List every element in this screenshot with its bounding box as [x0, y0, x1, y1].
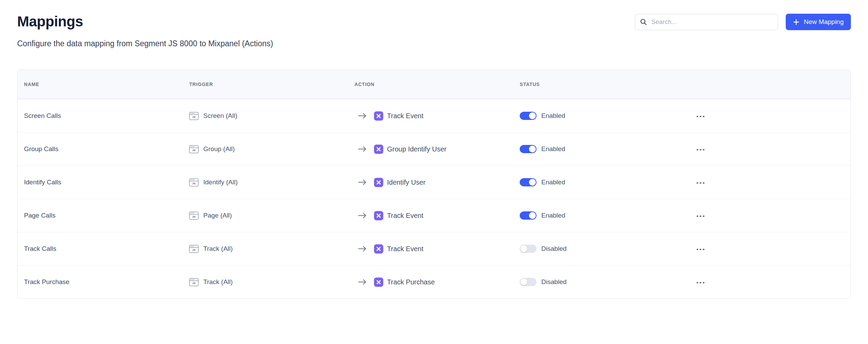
- table-row: Identify Calls JS Identify (All) Identif…: [17, 165, 851, 199]
- column-header-name: NAME: [24, 82, 189, 87]
- action-cell: Track Event: [354, 111, 520, 121]
- table-row: Screen Calls JS Screen (All) Track Event…: [17, 99, 851, 132]
- status-toggle[interactable]: [520, 211, 537, 220]
- mapping-name: Screen Calls: [24, 112, 189, 120]
- action-cell: Track Event: [354, 244, 520, 254]
- action-label: Group Identify User: [387, 145, 446, 153]
- header-controls: New Mapping: [635, 14, 851, 30]
- row-menu-button[interactable]: [695, 180, 706, 186]
- page-heading-block: Mappings Configure the data mapping from…: [17, 14, 273, 48]
- status-toggle[interactable]: [520, 178, 537, 186]
- row-actions-cell: [695, 179, 844, 186]
- mapping-name: Identify Calls: [24, 179, 189, 186]
- row-menu-button[interactable]: [695, 247, 706, 253]
- row-actions-cell: [695, 146, 844, 152]
- status-toggle[interactable]: [520, 278, 537, 286]
- action-label: Track Purchase: [387, 278, 435, 286]
- trigger-label: Identify (All): [203, 179, 238, 186]
- table-row: Track Purchase JS Track (All) Track Purc…: [17, 265, 851, 298]
- status-label: Enabled: [541, 112, 565, 120]
- mapping-name: Track Calls: [24, 245, 189, 253]
- ellipsis-icon: [697, 282, 704, 284]
- ellipsis-icon: [697, 249, 704, 250]
- mixpanel-icon: [374, 211, 383, 220]
- arrow-right-icon: [358, 279, 367, 285]
- trigger-cell: JS Page (All): [189, 212, 354, 220]
- status-label: Disabled: [541, 245, 567, 253]
- search-box[interactable]: [635, 14, 778, 30]
- mixpanel-icon: [374, 145, 383, 154]
- plus-icon: [793, 19, 799, 25]
- toggle-knob: [529, 179, 536, 186]
- action-cell: Identify User: [354, 178, 520, 187]
- js-source-icon: JS: [189, 278, 198, 286]
- arrow-right-icon: [358, 146, 367, 152]
- table-row: Page Calls JS Page (All) Track Event Ena…: [17, 199, 851, 232]
- status-label: Enabled: [541, 179, 565, 186]
- arrow-right-icon: [358, 113, 367, 119]
- status-cell: Disabled: [520, 278, 685, 286]
- arrow-right-icon: [358, 212, 367, 219]
- mixpanel-icon: [374, 244, 383, 254]
- arrow-right-icon: [358, 246, 367, 252]
- status-cell: Enabled: [520, 178, 685, 186]
- status-label: Enabled: [541, 212, 565, 219]
- status-cell: Enabled: [520, 211, 685, 220]
- trigger-cell: JS Track (All): [189, 245, 354, 253]
- row-actions-cell: [695, 112, 844, 119]
- mixpanel-icon: [374, 278, 383, 287]
- row-menu-button[interactable]: [695, 213, 706, 219]
- action-cell: Group Identify User: [354, 145, 520, 154]
- mapping-name: Track Purchase: [24, 278, 189, 286]
- trigger-label: Screen (All): [203, 112, 237, 120]
- ellipsis-icon: [697, 216, 704, 217]
- trigger-label: Track (All): [203, 245, 233, 253]
- trigger-label: Track (All): [203, 278, 233, 286]
- new-mapping-button[interactable]: New Mapping: [786, 14, 851, 30]
- row-actions-cell: [695, 279, 844, 285]
- arrow-right-icon: [358, 179, 367, 185]
- toggle-knob: [520, 279, 527, 285]
- page-subtitle: Configure the data mapping from Segment …: [17, 39, 273, 48]
- mappings-table: NAME TRIGGER ACTION STATUS Screen Calls …: [17, 70, 851, 299]
- status-cell: Enabled: [520, 145, 685, 153]
- trigger-label: Page (All): [203, 212, 232, 219]
- column-header-trigger: TRIGGER: [189, 82, 354, 87]
- row-menu-button[interactable]: [695, 114, 706, 120]
- action-label: Track Event: [387, 112, 423, 120]
- row-menu-button[interactable]: [695, 147, 706, 153]
- toggle-knob: [529, 112, 536, 119]
- status-cell: Enabled: [520, 112, 685, 120]
- table-row: Group Calls JS Group (All) Group Identif…: [17, 132, 851, 165]
- action-cell: Track Purchase: [354, 278, 520, 287]
- status-toggle[interactable]: [520, 245, 537, 253]
- table-row: Track Calls JS Track (All) Track Event D…: [17, 232, 851, 265]
- column-header-status: STATUS: [520, 82, 685, 87]
- status-toggle[interactable]: [520, 112, 537, 120]
- mixpanel-icon: [374, 178, 383, 187]
- row-menu-button[interactable]: [695, 280, 706, 286]
- mapping-name: Group Calls: [24, 145, 189, 153]
- mapping-name: Page Calls: [24, 212, 189, 219]
- toggle-knob: [520, 245, 527, 252]
- trigger-cell: JS Identify (All): [189, 179, 354, 186]
- js-source-icon: JS: [189, 245, 198, 253]
- action-label: Track Event: [387, 212, 423, 220]
- action-label: Identify User: [387, 179, 425, 186]
- trigger-cell: JS Screen (All): [189, 112, 354, 120]
- row-actions-cell: [695, 212, 844, 219]
- ellipsis-icon: [697, 116, 704, 118]
- status-label: Disabled: [541, 278, 567, 286]
- mixpanel-icon: [374, 111, 383, 121]
- trigger-cell: JS Track (All): [189, 278, 354, 286]
- row-actions-cell: [695, 245, 844, 252]
- search-input[interactable]: [651, 18, 773, 26]
- js-source-icon: JS: [189, 212, 198, 220]
- status-toggle[interactable]: [520, 145, 537, 153]
- action-cell: Track Event: [354, 211, 520, 220]
- toggle-knob: [529, 146, 536, 152]
- js-source-icon: JS: [189, 112, 198, 120]
- ellipsis-icon: [697, 149, 704, 151]
- trigger-cell: JS Group (All): [189, 145, 354, 153]
- status-label: Enabled: [541, 145, 565, 153]
